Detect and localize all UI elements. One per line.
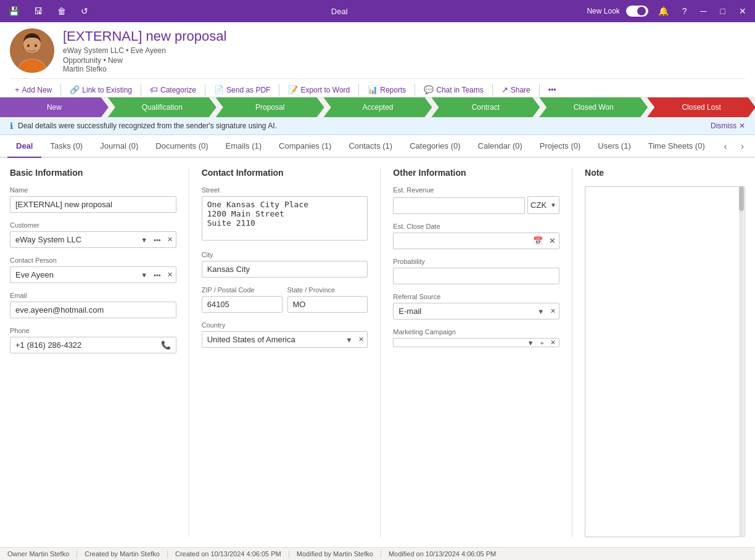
save-as-icon[interactable]: 🖫	[30, 0, 46, 22]
title-bar: 💾 🖫 🗑 ↺ Deal New Look 🔔 ? ─ □ ✕	[0, 0, 755, 22]
divider-1	[189, 168, 189, 537]
tab-nav-prev[interactable]: ‹	[720, 139, 731, 154]
phone-field-group: Phone 📞	[10, 327, 176, 353]
country-clear-btn[interactable]: ✕	[355, 336, 367, 344]
link-icon: 🔗	[70, 85, 80, 94]
est-close-date-clear-btn[interactable]: ✕	[546, 236, 559, 245]
est-close-date-field-group: Est. Close Date 📅 ✕	[393, 223, 559, 249]
stage-accepted[interactable]: Accepted	[324, 97, 432, 117]
marketing-campaign-clear-btn[interactable]: ✕	[547, 339, 559, 347]
state-input[interactable]	[287, 296, 368, 313]
referral-source-clear-btn[interactable]: ✕	[547, 307, 559, 315]
stage-new[interactable]: New	[0, 97, 109, 117]
tab-emails[interactable]: Emails (1)	[217, 135, 271, 158]
dismiss-button[interactable]: Dismiss ✕	[711, 121, 745, 130]
note-textarea[interactable]	[585, 186, 745, 537]
email-input[interactable]	[10, 302, 176, 318]
email-field-group: Email	[10, 292, 176, 318]
probability-input[interactable]	[393, 268, 559, 284]
word-icon: 📝	[288, 85, 298, 94]
title-bar-icons: 💾 🖫 🗑 ↺	[5, 0, 92, 22]
delete-icon[interactable]: 🗑	[54, 0, 70, 22]
export-to-word-button[interactable]: 📝 Export to Word	[283, 83, 355, 97]
contact-person-clear-btn[interactable]: ✕	[164, 271, 176, 279]
referral-source-value: E-mail	[394, 303, 534, 319]
zip-field-group: ZIP / Postal Code	[202, 286, 283, 313]
basic-info-title: Basic Information	[10, 168, 176, 178]
stage-closed-won[interactable]: Closed Won	[539, 97, 648, 117]
customer-dropdown-btn[interactable]: ▼	[138, 236, 151, 244]
referral-source-field-group: Referral Source E-mail ▼ ✕	[393, 293, 559, 319]
stage-proposal[interactable]: Proposal	[216, 97, 324, 117]
stage-qualification[interactable]: Qualification	[108, 97, 217, 117]
currency-dropdown[interactable]: CZK USD EUR	[528, 200, 550, 210]
new-look-toggle[interactable]	[626, 6, 648, 17]
city-input[interactable]	[202, 261, 368, 278]
refresh-icon[interactable]: ↺	[77, 0, 92, 22]
contact-person-dropdown-btn[interactable]: ▼	[138, 271, 151, 279]
contact-person-label: Contact Person	[10, 257, 176, 264]
chat-in-teams-button[interactable]: 💬 Chat in Teams	[419, 83, 488, 97]
est-close-date-input[interactable]	[394, 233, 530, 249]
est-revenue-input[interactable]	[393, 197, 525, 214]
minimize-btn[interactable]: ─	[697, 0, 711, 22]
tab-users[interactable]: Users (1)	[589, 135, 639, 158]
share-button[interactable]: ↗ Share	[497, 83, 535, 97]
reports-button[interactable]: 📊 Reports	[363, 83, 411, 97]
note-scrollbar[interactable]	[738, 186, 745, 537]
send-as-pdf-button[interactable]: 📄 Send as PDF	[209, 83, 275, 97]
country-dropdown-btn[interactable]: ▼	[342, 336, 355, 344]
country-field-group: Country United States of America ▼ ✕	[202, 321, 368, 348]
stage-contract[interactable]: Contract	[431, 97, 540, 117]
est-revenue-label: Est. Revenue	[393, 186, 559, 194]
tab-deal[interactable]: Deal	[7, 135, 41, 158]
probability-label: Probability	[393, 258, 559, 265]
pdf-icon: 📄	[214, 85, 224, 94]
add-new-button[interactable]: + Add New	[10, 83, 57, 97]
customer-more-btn[interactable]: •••	[151, 236, 164, 244]
stage-closed-lost[interactable]: Closed Lost	[647, 97, 755, 117]
svg-point-3	[24, 36, 40, 52]
phone-input[interactable]	[10, 337, 156, 353]
maximize-btn[interactable]: □	[717, 0, 729, 22]
notifications-icon[interactable]: 🔔	[654, 0, 672, 22]
dismiss-close-icon: ✕	[739, 121, 745, 130]
help-icon[interactable]: ?	[679, 0, 691, 22]
referral-source-dropdown-btn[interactable]: ▼	[534, 308, 547, 315]
svg-point-5	[35, 44, 37, 47]
tab-companies[interactable]: Companies (1)	[270, 135, 340, 158]
toolbar-sep-6	[415, 84, 415, 96]
avatar[interactable]	[10, 28, 54, 73]
marketing-campaign-dropdown-btn[interactable]: ▼	[524, 339, 537, 347]
street-input[interactable]: One Kansas City Place 1200 Main Street S…	[202, 196, 368, 241]
marketing-campaign-add-btn[interactable]: +	[537, 339, 547, 347]
tab-journal[interactable]: Journal (0)	[91, 135, 147, 158]
tab-contacts[interactable]: Contacts (1)	[340, 135, 401, 158]
content-area: Basic Information Name Customer eWay Sys…	[0, 158, 755, 547]
tab-calendar[interactable]: Calendar (0)	[469, 135, 531, 158]
calendar-icon[interactable]: 📅	[530, 236, 546, 245]
currency-select[interactable]: CZK USD EUR ▼	[527, 196, 559, 214]
save-icon[interactable]: 💾	[5, 0, 23, 22]
contact-person-more-btn[interactable]: •••	[151, 271, 164, 279]
state-field-group: State / Province	[287, 286, 368, 313]
tab-nav-next[interactable]: ›	[737, 139, 748, 154]
zip-input[interactable]	[202, 296, 283, 313]
city-field-group: City	[202, 251, 368, 278]
tab-categories[interactable]: Categories (0)	[401, 135, 469, 158]
close-btn[interactable]: ✕	[735, 0, 750, 22]
status-created-by: Created by Martin Stefko	[77, 550, 168, 558]
tab-projects[interactable]: Projects (0)	[531, 135, 589, 158]
more-options-button[interactable]: •••	[543, 83, 561, 97]
name-input[interactable]	[10, 196, 176, 213]
customer-clear-btn[interactable]: ✕	[164, 236, 176, 244]
tab-documents[interactable]: Documents (0)	[147, 135, 217, 158]
street-field-group: Street One Kansas City Place 1200 Main S…	[202, 186, 368, 242]
categorize-button[interactable]: 🏷 Categorize	[145, 83, 201, 97]
marketing-campaign-value	[394, 340, 524, 346]
link-to-existing-button[interactable]: 🔗 Link to Existing	[65, 83, 137, 97]
tab-tasks[interactable]: Tasks (0)	[41, 135, 91, 158]
zip-state-row: ZIP / Postal Code State / Province	[202, 286, 368, 321]
tab-timesheets[interactable]: Time Sheets (0)	[640, 135, 714, 158]
teams-icon: 💬	[424, 85, 434, 94]
